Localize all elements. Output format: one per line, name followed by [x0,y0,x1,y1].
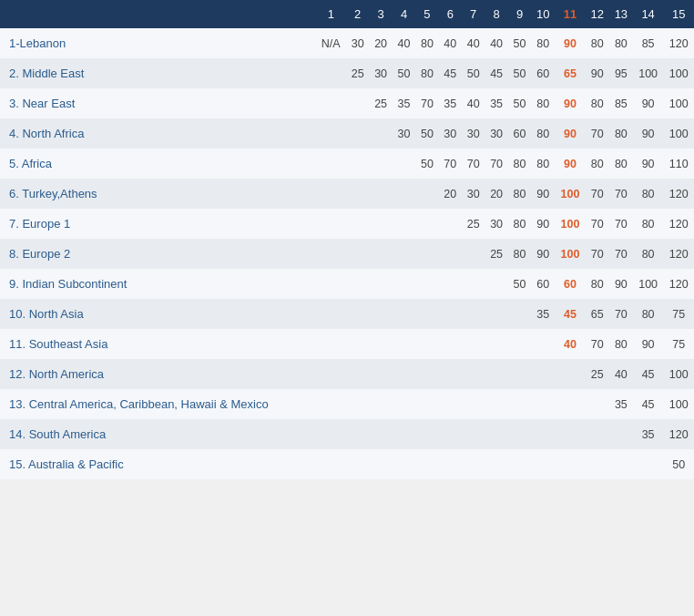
cell-row7-col7: 25 [462,209,485,239]
cell-row12-col4 [393,359,415,389]
cell-row9-col14: 100 [633,269,663,299]
cell-row9-col4 [393,269,415,299]
cell-row13-col14: 45 [633,389,663,419]
cell-row7-col11: 100 [555,209,585,239]
table-row: 5. Africa50707070808090808090110 [0,149,694,179]
cell-row3-col14: 90 [633,88,663,118]
cell-row11-col12: 70 [586,329,609,359]
cell-row5-col2 [346,149,369,179]
cell-row13-col5 [415,389,438,419]
cell-row6-col4 [393,179,415,209]
cell-row1-col8: 40 [485,28,507,58]
cell-row10-col8 [485,299,507,329]
header-col-6: 6 [439,0,462,28]
header-col-13: 13 [609,0,633,28]
cell-row14-col8 [485,419,507,449]
row-label: 9. Indian Subcontinent [0,269,316,299]
cell-row1-col15: 120 [663,28,694,58]
cell-row8-col12: 70 [586,239,609,269]
cell-row10-col3 [369,299,392,329]
cell-row15-col11 [555,449,585,479]
cell-row8-col5 [415,239,438,269]
cell-row1-col2: 30 [346,28,369,58]
cell-row4-col12: 70 [586,118,609,149]
cell-row3-col13: 85 [609,88,633,118]
cell-row8-col15: 120 [663,239,694,269]
cell-row8-col11: 100 [555,239,585,269]
cell-row3-col5: 70 [415,88,438,118]
cell-row4-col3 [369,118,392,149]
cell-row10-col9 [508,299,531,329]
cell-row15-col4 [393,449,415,479]
cell-row9-col10: 60 [531,269,555,299]
cell-row3-col8: 35 [485,88,507,118]
cell-row5-col9: 80 [508,149,531,179]
cell-row8-col9: 80 [508,239,531,269]
cell-row13-col11 [555,389,585,419]
table-row: 15. Australia & Pacific50 [0,449,694,479]
cell-row8-col8: 25 [485,239,507,269]
row-label: 4. North Africa [0,118,316,149]
cell-row3-col3: 25 [369,88,392,118]
cell-row4-col8: 30 [485,118,507,149]
cell-row10-col7 [462,299,485,329]
cell-row6-col5 [415,179,438,209]
cell-row13-col7 [462,389,485,419]
cell-row4-col15: 100 [663,118,694,149]
cell-row4-col13: 80 [609,118,633,149]
cell-row13-col2 [346,389,369,419]
cell-row9-col13: 90 [609,269,633,299]
cell-row11-col1 [316,329,346,359]
cell-row12-col15: 100 [663,359,694,389]
cell-row7-col2 [346,209,369,239]
cell-row12-col11 [555,359,585,389]
row-label: 10. North Asia [0,299,316,329]
cell-row11-col11: 40 [555,329,585,359]
cell-row7-col14: 80 [633,209,663,239]
cell-row8-col4 [393,239,415,269]
header-col-3: 3 [369,0,392,28]
cell-row12-col3 [369,359,392,389]
cell-row6-col12: 70 [586,179,609,209]
cell-row13-col15: 100 [663,389,694,419]
cell-row14-col10 [531,419,555,449]
table-row: 9. Indian Subcontinent5060608090100120 [0,269,694,299]
row-label: 7. Europe 1 [0,209,316,239]
table-row: 1-LebanonN/A3020408040404050809080808512… [0,28,694,58]
cell-row12-col6 [439,359,462,389]
table-row: 4. North Africa3050303030608090708090100 [0,118,694,149]
cell-row8-col7 [462,239,485,269]
cell-row11-col15: 75 [663,329,694,359]
cell-row11-col4 [393,329,415,359]
table-row: 13. Central America, Caribbean, Hawaii &… [0,389,694,419]
header-col-1: 1 [316,0,346,28]
cell-row3-col15: 100 [663,88,694,118]
cell-row1-col7: 40 [462,28,485,58]
cell-row13-col10 [531,389,555,419]
cell-row4-col7: 30 [462,118,485,149]
cell-row9-col2 [346,269,369,299]
header-col-9: 9 [508,0,531,28]
cell-row15-col5 [415,449,438,479]
cell-row13-col12 [586,389,609,419]
cell-row15-col3 [369,449,392,479]
cell-row4-col1 [316,118,346,149]
header-col-5: 5 [415,0,438,28]
cell-row15-col10 [531,449,555,479]
cell-row11-col3 [369,329,392,359]
cell-row14-col11 [555,419,585,449]
cell-row1-col14: 85 [633,28,663,58]
cell-row6-col8: 20 [485,179,507,209]
cell-row6-col3 [369,179,392,209]
header-col-8: 8 [485,0,507,28]
row-label: 6. Turkey,Athens [0,179,316,209]
cell-row5-col4 [393,149,415,179]
header-col-2: 2 [346,0,369,28]
cell-row5-col3 [369,149,392,179]
table-row: 10. North Asia354565708075 [0,299,694,329]
cell-row2-col2: 25 [346,58,369,88]
cell-row3-col12: 80 [586,88,609,118]
cell-row9-col5 [415,269,438,299]
cell-row14-col6 [439,419,462,449]
cell-row4-col11: 90 [555,118,585,149]
